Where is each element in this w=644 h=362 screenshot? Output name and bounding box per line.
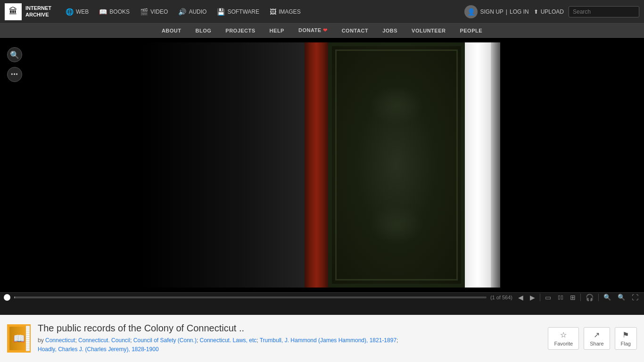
sec-nav-about[interactable]: ABOUT xyxy=(162,28,182,33)
audio-icon: 🔊 xyxy=(178,8,186,16)
book-info: The public records of the Colony of Conn… xyxy=(38,323,541,354)
nav-audio[interactable]: 🔊 AUDIO xyxy=(173,6,211,18)
favorite-icon: ☆ xyxy=(560,330,567,339)
flag-button[interactable]: ⚑ Flag xyxy=(615,327,637,350)
book-actions: ☆ Favorite ↗ Share ⚑ Flag xyxy=(548,327,637,350)
nav-web[interactable]: 🌐 WEB xyxy=(61,6,93,18)
top-navigation: 🏛 INTERNET ARCHIVE 🌐 WEB 📖 BOOKS 🎬 VIDEO… xyxy=(0,0,644,24)
more-tool-button[interactable]: ••• xyxy=(7,67,22,82)
author-link-5[interactable]: Hoadly, Charles J. (Charles Jeremy), 182… xyxy=(38,346,159,353)
book-left-dark xyxy=(144,42,305,288)
images-icon: 🖼 xyxy=(270,8,276,16)
sec-nav-projects[interactable]: PROJECTS xyxy=(225,28,255,33)
auth-area[interactable]: 👤 SIGN UP | LOG IN xyxy=(464,5,528,18)
author-link-4[interactable]: Trumbull, J. Hammond (James Hammond), 18… xyxy=(260,337,396,344)
zoom-in-button[interactable]: 🔍 xyxy=(616,293,627,302)
book-shadow xyxy=(491,42,500,288)
toolbar-separator-2 xyxy=(580,294,581,301)
favorite-label: Favorite xyxy=(554,341,573,346)
book-spine xyxy=(305,42,328,288)
upload-area[interactable]: ⬆ UPLOAD xyxy=(534,8,564,15)
logo-icon: 🏛 xyxy=(5,3,22,20)
sec-nav-volunteer[interactable]: VOLUNTEER xyxy=(412,28,446,33)
progress-handle[interactable] xyxy=(4,294,10,301)
prev-page-button[interactable]: ◀ xyxy=(516,293,525,302)
author-link-3[interactable]: Connecticut. Laws, etc xyxy=(200,337,257,344)
video-icon: 🎬 xyxy=(140,8,148,16)
author-link-2[interactable]: Council of Safety (Conn.) xyxy=(133,337,197,344)
progress-fill xyxy=(14,296,15,298)
user-icon: 👤 xyxy=(464,5,478,18)
bottom-toolbar: ◀ ▶ ▭ ▯▯ ⊞ 🎧 🔍 🔍 ⛶ xyxy=(516,293,640,302)
book-thumbnail: 📖 xyxy=(7,324,31,353)
side-toolbar: 🔍 ••• xyxy=(7,47,22,82)
toolbar-separator xyxy=(540,294,540,301)
upload-icon: ⬆ xyxy=(534,8,538,15)
software-icon: 💾 xyxy=(217,8,225,16)
toolbar-separator-3 xyxy=(598,294,599,301)
book-pages-edge xyxy=(465,42,491,288)
web-icon: 🌐 xyxy=(66,8,74,16)
logo[interactable]: 🏛 INTERNET ARCHIVE xyxy=(5,3,51,20)
book-thumb-inner: 📖 xyxy=(9,327,28,350)
sec-nav-jobs[interactable]: JOBS xyxy=(382,28,397,33)
nav-right: 👤 SIGN UP | LOG IN ⬆ UPLOAD xyxy=(464,5,639,18)
book-cover-corners xyxy=(335,49,458,280)
nav-software[interactable]: 💾 SOFTWARE xyxy=(212,6,264,18)
secondary-navigation: ABOUT BLOG PROJECTS HELP DONATE ❤ CONTAC… xyxy=(0,24,644,38)
book-thumb-pages xyxy=(26,326,30,351)
share-label: Share xyxy=(590,341,603,346)
book-viewer[interactable]: 🔍 ••• xyxy=(0,38,644,292)
flag-icon: ⚑ xyxy=(622,330,629,339)
bottom-info-panel: 📖 The public records of the Colony of Co… xyxy=(0,315,644,362)
double-page-button[interactable]: ▯▯ xyxy=(556,293,565,301)
sec-nav-blog[interactable]: BLOG xyxy=(196,28,212,33)
heart-icon: ❤ xyxy=(323,27,328,33)
book-display xyxy=(144,42,500,288)
share-button[interactable]: ↗ Share xyxy=(584,327,610,350)
book-thumb-icon: 📖 xyxy=(13,333,25,344)
search-tool-button[interactable]: 🔍 xyxy=(7,47,22,62)
sec-nav-help[interactable]: HELP xyxy=(270,28,284,33)
nav-books[interactable]: 📖 BOOKS xyxy=(94,6,134,18)
nav-images[interactable]: 🖼 IMAGES xyxy=(265,6,305,18)
nav-items: 🌐 WEB 📖 BOOKS 🎬 VIDEO 🔊 AUDIO 💾 SOFTWARE… xyxy=(61,6,464,18)
progress-bar-area: (1 of 564) ◀ ▶ ▭ ▯▯ ⊞ 🎧 🔍 🔍 ⛶ xyxy=(0,292,644,302)
book-authors: by Connecticut; Connecticut. Council; Co… xyxy=(38,336,541,354)
book-cover xyxy=(328,42,465,288)
zoom-out-button[interactable]: 🔍 xyxy=(602,293,613,302)
sec-nav-donate[interactable]: DONATE ❤ xyxy=(298,27,328,33)
audio-button[interactable]: 🎧 xyxy=(584,293,595,302)
progress-track[interactable] xyxy=(14,296,487,298)
page-count: (1 of 564) xyxy=(490,295,512,300)
fullscreen-button[interactable]: ⛶ xyxy=(630,293,640,302)
search-input[interactable] xyxy=(569,6,639,17)
flag-label: Flag xyxy=(621,341,631,346)
next-page-button[interactable]: ▶ xyxy=(528,293,537,302)
books-icon: 📖 xyxy=(99,8,107,16)
logo-text: INTERNET ARCHIVE xyxy=(25,5,51,17)
nav-video[interactable]: 🎬 VIDEO xyxy=(135,6,173,18)
sec-nav-people[interactable]: PEOPLE xyxy=(460,28,482,33)
book-title: The public records of the Colony of Conn… xyxy=(38,323,541,334)
author-link-0[interactable]: Connecticut xyxy=(45,337,75,344)
single-page-button[interactable]: ▭ xyxy=(543,293,553,302)
grid-view-button[interactable]: ⊞ xyxy=(568,293,578,302)
share-icon: ↗ xyxy=(594,330,600,339)
sec-nav-contact[interactable]: CONTACT xyxy=(342,28,368,33)
author-link-1[interactable]: Connecticut. Council xyxy=(78,337,130,344)
favorite-button[interactable]: ☆ Favorite xyxy=(548,327,579,350)
